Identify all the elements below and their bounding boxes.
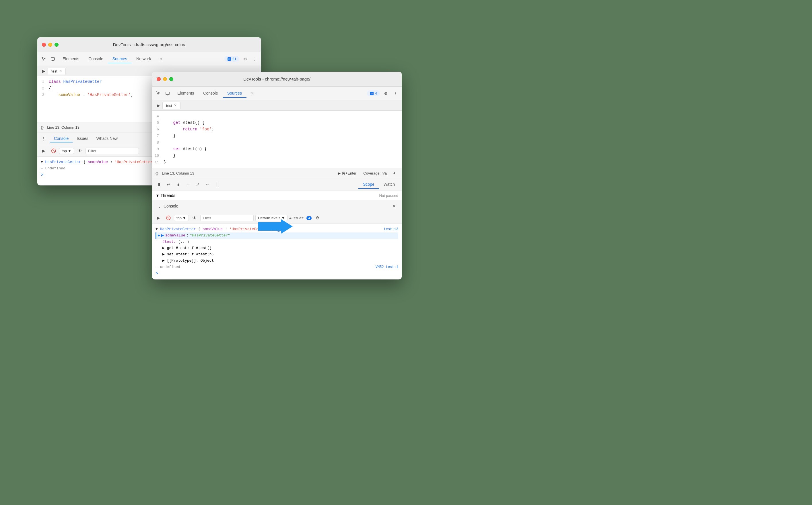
issues-badge-back[interactable]: ✉ 21: [224, 56, 239, 62]
svg-text:✉: ✉: [371, 92, 373, 95]
console-tab-console-back[interactable]: Console: [50, 135, 73, 142]
title-bar-back: DevTools - drafts.csswg.org/css-color/: [37, 37, 261, 52]
eye-icon-back[interactable]: 👁: [76, 147, 84, 155]
tab-more-front[interactable]: »: [246, 89, 258, 98]
code-line-7: 7 }: [152, 133, 402, 139]
svg-rect-5: [166, 92, 169, 95]
issues-label-front: 4 Issues: 4: [289, 216, 312, 220]
console-panel-close[interactable]: ✕: [390, 202, 398, 210]
console-panel-header: ⋮ Console ✕: [152, 200, 402, 212]
blue-arrow: [258, 218, 293, 236]
window-title-front: DevTools - chrome://new-tab-page/: [243, 76, 310, 81]
play-icon-front[interactable]: ▶: [154, 102, 162, 110]
console-set-line[interactable]: ▶ set #test: f #test(n): [155, 251, 398, 258]
top-dropdown-back[interactable]: top ▼: [59, 148, 74, 154]
filter-input-front[interactable]: [200, 215, 254, 221]
tab-elements-back[interactable]: Elements: [58, 55, 84, 63]
code-line-9: 9 set #test(n) {: [152, 146, 402, 153]
play-console-back[interactable]: ▶: [39, 147, 47, 155]
file-tab-close-back[interactable]: ✕: [59, 69, 62, 73]
inspect-icon[interactable]: [39, 55, 47, 63]
debug-step-over-btn[interactable]: ↩: [164, 180, 173, 189]
file-tab-close-front[interactable]: ✕: [174, 104, 177, 108]
maximize-button-front[interactable]: [169, 77, 173, 81]
play-icon-back[interactable]: ▶: [39, 67, 47, 75]
svg-text:✉: ✉: [228, 58, 230, 60]
play-console-front[interactable]: ▶: [154, 214, 162, 222]
threads-label: ▼ Threads: [155, 193, 175, 198]
code-line-5: 5 get #test() {: [152, 120, 402, 126]
minimize-button[interactable]: [48, 43, 52, 47]
debug-edit-btn[interactable]: ✏: [203, 180, 212, 189]
tab-elements-front[interactable]: Elements: [173, 89, 199, 98]
title-bar-front: DevTools - chrome://new-tab-page/: [152, 72, 402, 87]
code-line-4: 4: [152, 113, 402, 120]
console-prompt-front[interactable]: >: [155, 270, 398, 277]
settings-icon-back[interactable]: ⚙: [241, 55, 249, 63]
more-icon-back[interactable]: ⋮: [251, 55, 259, 63]
debug-step-out-btn[interactable]: ↑: [184, 180, 192, 189]
settings-icon-front[interactable]: ⚙: [382, 90, 390, 98]
settings-console-front[interactable]: ⚙: [313, 214, 321, 222]
window-title-back: DevTools - drafts.csswg.org/css-color/: [113, 42, 186, 47]
console-get-line[interactable]: ▶ get #test: f #test(): [155, 245, 398, 251]
tab-more-back[interactable]: »: [155, 55, 167, 63]
tab-sources-back[interactable]: Sources: [108, 55, 132, 63]
coverage-icon-front[interactable]: ⬇: [390, 169, 398, 177]
issues-badge-front[interactable]: ✉ 4: [367, 90, 380, 96]
device-icon-front[interactable]: [163, 90, 171, 98]
filter-input-back[interactable]: [86, 148, 139, 154]
inspect-icon-front[interactable]: [154, 90, 162, 98]
file-tab-test-back[interactable]: test ✕: [47, 68, 66, 74]
debug-step-btn[interactable]: ↗: [193, 180, 202, 189]
console-tab-new-back[interactable]: What's New: [92, 135, 122, 142]
scope-tab[interactable]: Scope: [358, 180, 379, 189]
code-line-11: 11 }: [152, 159, 402, 166]
tab-sources-front[interactable]: Sources: [223, 89, 246, 98]
file-tab-test-front[interactable]: test ✕: [162, 102, 181, 109]
tab-network-back[interactable]: Network: [132, 55, 155, 63]
close-button-front[interactable]: [157, 77, 161, 81]
code-line-8: 8: [152, 139, 402, 146]
status-bar-front: {} Line 13, Column 13 ▶ ⌘+Enter Coverage…: [152, 168, 402, 178]
minimize-button-front[interactable]: [163, 77, 167, 81]
debug-pause-btn[interactable]: ⏸: [154, 180, 163, 189]
console-prop2: #test: (...): [155, 239, 398, 245]
toolbar-front: Elements Console Sources » ✉ 4 ⚙ ⋮: [152, 87, 402, 100]
tab-console-back[interactable]: Console: [84, 55, 108, 63]
debug-tabs-front: Scope Watch: [358, 180, 399, 189]
tab-bar-front: Elements Console Sources »: [173, 89, 366, 98]
source-ref-front[interactable]: test:13: [384, 226, 398, 232]
devtools-window-front: DevTools - chrome://new-tab-page/ Elemen…: [152, 72, 402, 280]
console-panel-menu[interactable]: ⋮: [155, 202, 163, 210]
more-icon-front[interactable]: ⋮: [391, 90, 399, 98]
coverage-front: Coverage: n/a: [363, 171, 387, 175]
console-proto-line[interactable]: ▶ [[Prototype]]: Object: [155, 258, 398, 264]
block-icon-front[interactable]: 🚫: [164, 214, 172, 222]
maximize-button[interactable]: [54, 43, 59, 47]
console-tab-bar-back: Console Issues What's New: [50, 135, 122, 142]
code-line-10: 10 }: [152, 153, 402, 159]
debug-deactivate-btn[interactable]: ⏸: [213, 180, 222, 189]
svg-rect-0: [51, 57, 54, 60]
vm-ref-front[interactable]: VM52 test:1: [376, 264, 398, 270]
debug-step-into-btn[interactable]: ↡: [174, 180, 183, 189]
toolbar-right-back: ✉ 21 ⚙ ⋮: [224, 55, 259, 63]
console-tab-issues-back[interactable]: Issues: [73, 135, 92, 142]
eye-icon-front[interactable]: 👁: [191, 214, 199, 222]
tab-console-front[interactable]: Console: [199, 89, 222, 98]
svg-rect-1: [52, 60, 54, 61]
watch-tab[interactable]: Watch: [379, 180, 399, 189]
svg-marker-4: [258, 219, 293, 233]
top-dropdown-front[interactable]: top ▼: [174, 215, 189, 221]
close-button[interactable]: [42, 43, 46, 47]
toolbar-right-front: ✉ 4 ⚙ ⋮: [367, 90, 399, 98]
threads-section: ▼ Threads Not paused: [152, 191, 402, 200]
svg-rect-6: [167, 95, 168, 96]
file-tab-bar-front: ▶ test ✕: [152, 100, 402, 111]
editor-front: 4 5 get #test() { 6 return 'foo'; 7 } 8 …: [152, 111, 402, 168]
block-icon-back[interactable]: 🚫: [49, 147, 57, 155]
console-menu-back[interactable]: ⋮: [39, 135, 47, 143]
device-icon[interactable]: [49, 55, 57, 63]
run-hint-front: ▶ ⌘+Enter: [338, 171, 356, 175]
